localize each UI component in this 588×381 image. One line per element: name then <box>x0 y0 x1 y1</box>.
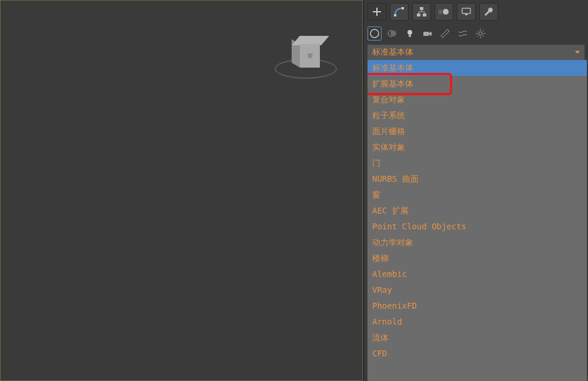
dropdown-item[interactable]: 实体对象 <box>368 139 587 155</box>
svg-point-11 <box>407 30 412 35</box>
helpers-subtab[interactable] <box>438 26 452 41</box>
cameras-subtab[interactable] <box>420 26 435 41</box>
svg-point-8 <box>370 29 379 38</box>
ruler-icon <box>440 28 450 39</box>
dropdown-item[interactable]: VRay <box>368 282 587 298</box>
modify-tab[interactable] <box>390 3 409 21</box>
dropdown-item[interactable]: 粒子系统 <box>368 108 587 123</box>
svg-point-5 <box>443 9 449 15</box>
dropdown-item[interactable]: Alembic <box>368 266 587 282</box>
motion-tab[interactable] <box>435 3 453 21</box>
create-tab[interactable] <box>368 3 386 21</box>
lights-subtab[interactable] <box>403 26 417 41</box>
geometry-type-list[interactable]: 标准基本体扩展基本体复合对象粒子系统面片栅格实体对象门NURBS 曲面窗AEC … <box>368 60 587 381</box>
chevron-down-icon <box>575 51 580 54</box>
svg-rect-7 <box>465 14 467 15</box>
spacewarps-subtab[interactable] <box>456 26 470 41</box>
dropdown-item[interactable]: Arnold <box>368 314 587 330</box>
dropdown-item[interactable]: 流体 <box>368 330 587 346</box>
command-panel: 标准基本体 标准基本体扩展基本体复合对象粒子系统面片栅格实体对象门NURBS 曲… <box>363 0 588 381</box>
svg-point-10 <box>390 31 396 36</box>
dropdown-item[interactable]: Point Cloud Objects <box>368 219 587 235</box>
create-category-tabs <box>364 24 588 44</box>
svg-rect-2 <box>420 7 423 10</box>
dropdown-current-label: 标准基本体 <box>372 47 413 58</box>
systems-subtab[interactable] <box>473 26 487 41</box>
dropdown-item[interactable]: PhoenixFD <box>368 298 587 314</box>
dropdown-item[interactable]: 标准基本体 <box>368 60 587 76</box>
bulb-icon <box>405 28 415 39</box>
shapes-icon <box>387 28 397 39</box>
svg-rect-13 <box>423 32 429 36</box>
viewport[interactable]: 前 <box>0 0 363 381</box>
svg-rect-3 <box>417 14 420 16</box>
sphere-icon <box>369 28 380 39</box>
dropdown-item[interactable]: 面片栅格 <box>368 123 587 139</box>
display-tab[interactable] <box>457 3 476 21</box>
svg-rect-1 <box>402 7 404 9</box>
viewcube-front-face[interactable]: 前 <box>300 44 320 68</box>
svg-point-14 <box>479 32 482 35</box>
dropdown-item[interactable]: 复合对象 <box>368 92 587 108</box>
display-icon <box>460 6 472 18</box>
hierarchy-tab[interactable] <box>412 3 431 21</box>
svg-rect-0 <box>394 14 396 16</box>
shapes-subtab[interactable] <box>385 26 399 41</box>
command-panel-tabs <box>364 0 588 24</box>
dropdown-item[interactable]: 门 <box>368 155 587 171</box>
utilities-tab[interactable] <box>479 3 498 21</box>
viewcube[interactable]: 前 <box>292 36 321 68</box>
geometry-subtab[interactable] <box>368 26 382 41</box>
dropdown-item[interactable]: 扩展基本体 <box>368 76 587 92</box>
dropdown-item[interactable]: 楼梯 <box>368 250 587 266</box>
dropdown-item[interactable]: CFD <box>368 346 587 362</box>
viewcube-gizmo[interactable]: 前 <box>278 33 334 86</box>
motion-icon <box>438 6 450 18</box>
camera-icon <box>422 28 433 39</box>
wrench-icon <box>483 6 495 18</box>
hierarchy-icon <box>416 6 427 18</box>
dropdown-item[interactable]: AEC 扩展 <box>368 203 587 219</box>
arc-icon <box>393 6 405 18</box>
wave-icon <box>457 28 468 39</box>
svg-rect-12 <box>409 35 411 37</box>
dropdown-item[interactable]: 窗 <box>368 187 587 203</box>
dropdown-item[interactable]: 动力学对象 <box>368 235 587 250</box>
dropdown-item[interactable]: NURBS 曲面 <box>368 171 587 187</box>
svg-rect-4 <box>423 14 426 16</box>
plus-icon <box>371 6 383 18</box>
gear-icon <box>475 28 486 39</box>
geometry-type-dropdown[interactable]: 标准基本体 <box>368 45 584 60</box>
svg-rect-6 <box>462 8 470 14</box>
